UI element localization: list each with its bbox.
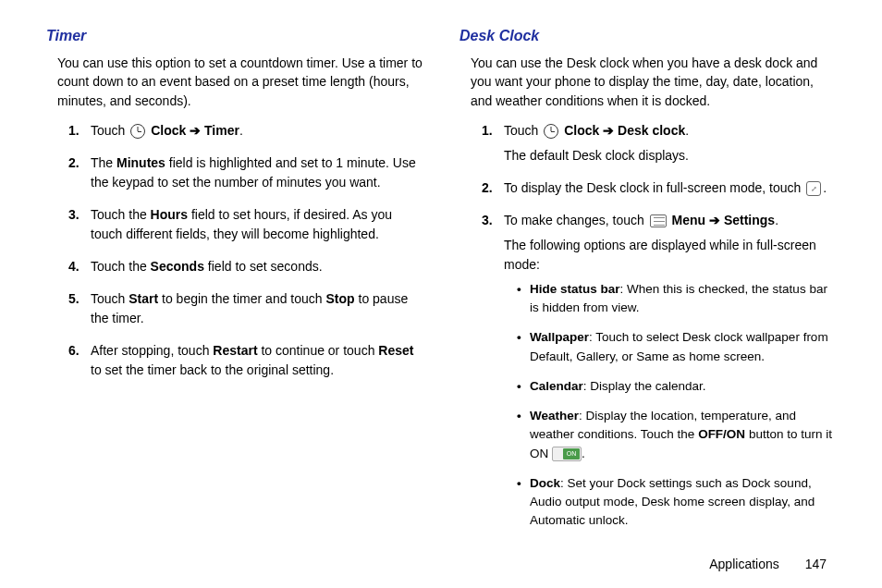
option-desc: : Set your Dock settings such as Dock so… <box>530 476 815 528</box>
option-title: Calendar <box>530 379 583 393</box>
timer-step-4: 4. Touch the Seconds field to set second… <box>68 257 423 276</box>
arrow-icon: ➔ <box>599 123 618 138</box>
settings-label: Settings <box>724 213 775 227</box>
text: The <box>91 155 116 170</box>
page-number: 147 <box>805 557 827 571</box>
timer-heading: Timer <box>46 28 423 44</box>
clock-icon <box>544 124 558 139</box>
step-number: 1. <box>482 121 504 165</box>
page-footer: Applications 147 <box>709 557 827 571</box>
bullet-icon: • <box>517 474 530 531</box>
arrow-icon: ➔ <box>705 213 724 227</box>
desk-step-2: 2. To display the Desk clock in full-scr… <box>482 178 836 198</box>
step-number: 1. <box>68 121 91 141</box>
desk-clock-heading: Desk Clock <box>459 28 836 44</box>
desk-clock-section: Desk Clock You can use the Desk clock wh… <box>459 28 836 555</box>
timer-step-1: 1. Touch Clock ➔ Timer. <box>68 121 423 141</box>
timer-label: Timer <box>204 123 239 138</box>
text: To make changes, touch <box>504 213 648 227</box>
step-number: 3. <box>68 205 91 244</box>
text: . <box>685 123 689 138</box>
timer-step-6: 6. After stopping, touch Restart to cont… <box>68 341 423 380</box>
option-wallpaper: •Wallpaper: Touch to select Desk clock w… <box>517 328 836 366</box>
desk-clock-steps: 1. Touch Clock ➔ Desk clock. The default… <box>459 121 836 542</box>
section-name: Applications <box>709 557 779 571</box>
step-number: 6. <box>68 341 91 380</box>
text: to begin the timer and touch <box>158 291 325 306</box>
clock-label: Clock <box>564 123 599 138</box>
desk-clock-intro: You can use the Desk clock when you have… <box>459 54 836 110</box>
text: Touch <box>91 291 129 306</box>
sub-text: The following options are displayed whil… <box>504 236 836 275</box>
timer-step-3: 3. Touch the Hours field to set hours, i… <box>68 205 423 244</box>
timer-intro: You can use this option to set a countdo… <box>46 54 423 110</box>
text: After stopping, touch <box>91 343 213 358</box>
on-toggle-icon <box>552 447 582 461</box>
start-label: Start <box>129 291 158 306</box>
bullet-icon: • <box>517 407 530 463</box>
menu-label: Menu <box>672 213 706 227</box>
desk-clock-label: Desk clock <box>618 123 685 138</box>
bullet-icon: • <box>517 377 530 396</box>
text: Touch the <box>91 207 151 222</box>
step-number: 4. <box>68 257 91 276</box>
option-title: Hide status bar <box>530 282 620 296</box>
fullscreen-icon: ⤢ <box>806 181 821 196</box>
step-number: 2. <box>482 178 504 198</box>
text: . <box>823 180 827 195</box>
text: field to set seconds. <box>204 259 323 274</box>
clock-label: Clock <box>151 123 186 138</box>
text: to continue or touch <box>258 343 379 358</box>
option-weather: •Weather: Display the location, temperat… <box>517 407 836 463</box>
reset-label: Reset <box>378 343 413 358</box>
stop-label: Stop <box>326 291 355 306</box>
seconds-label: Seconds <box>151 259 204 274</box>
arrow-icon: ➔ <box>186 123 204 138</box>
text: Touch the <box>91 259 151 274</box>
text: To display the Desk clock in full-screen… <box>504 180 804 195</box>
timer-steps: 1. Touch Clock ➔ Timer. 2. The Minutes f… <box>46 121 423 380</box>
sub-text: The default Desk clock displays. <box>504 146 836 165</box>
hours-label: Hours <box>151 207 188 222</box>
clock-icon <box>130 124 145 139</box>
option-desc: : Display the calendar. <box>583 379 706 393</box>
timer-step-5: 5. Touch Start to begin the timer and to… <box>68 289 423 328</box>
desk-step-3: 3. To make changes, touch Menu ➔ Setting… <box>482 211 836 542</box>
step-number: 2. <box>68 153 91 192</box>
offon-label: OFF/ON <box>698 427 745 441</box>
text: . <box>582 447 585 460</box>
text: . <box>239 123 243 138</box>
minutes-label: Minutes <box>116 155 165 170</box>
option-dock: •Dock: Set your Dock settings such as Do… <box>517 474 836 531</box>
option-title: Dock <box>530 476 560 490</box>
option-hide-status-bar: •Hide status bar: When this is checked, … <box>517 280 836 318</box>
restart-label: Restart <box>213 343 257 358</box>
timer-section: Timer You can use this option to set a c… <box>46 28 423 555</box>
timer-step-2: 2. The Minutes field is highlighted and … <box>68 153 423 192</box>
settings-options: •Hide status bar: When this is checked, … <box>504 280 836 531</box>
bullet-icon: • <box>517 280 530 318</box>
desk-step-1: 1. Touch Clock ➔ Desk clock. The default… <box>482 121 836 165</box>
option-title: Weather <box>530 409 579 423</box>
step-number: 5. <box>68 289 91 328</box>
option-title: Wallpaper <box>530 330 589 344</box>
text: Touch <box>91 123 129 138</box>
text: . <box>775 213 778 227</box>
option-calendar: •Calendar: Display the calendar. <box>517 377 836 396</box>
text: to set the timer back to the original se… <box>91 362 334 377</box>
bullet-icon: • <box>517 328 530 366</box>
text: Touch <box>504 123 542 138</box>
step-number: 3. <box>482 211 504 542</box>
menu-icon <box>650 214 667 227</box>
